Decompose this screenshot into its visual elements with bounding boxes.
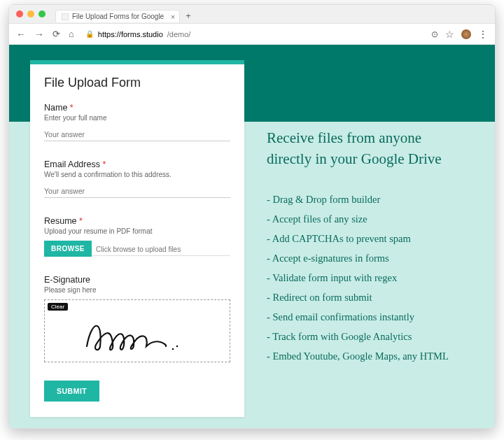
- search-icon[interactable]: ⊙: [431, 29, 438, 39]
- email-input[interactable]: [44, 183, 230, 198]
- profile-avatar[interactable]: [461, 29, 471, 39]
- list-item: - Accept e-signatures in forms: [267, 253, 474, 264]
- browser-window: File Upload Forms for Google × + ← → ⟳ ⌂…: [8, 4, 496, 429]
- maximize-window-dot[interactable]: [38, 10, 46, 17]
- lock-icon: 🔒: [85, 30, 94, 38]
- list-item: - Accept files of any size: [267, 213, 474, 225]
- required-star: *: [102, 159, 106, 169]
- signature-help: Please sign here: [44, 286, 230, 294]
- email-help: We'll send a confirmation to this addres…: [44, 171, 230, 178]
- name-field: Name * Enter your full name: [44, 103, 230, 141]
- promo-headline-l2: directly in your Google Drive: [267, 150, 442, 167]
- resume-label: Resume: [44, 216, 77, 226]
- new-tab-button[interactable]: +: [186, 10, 191, 21]
- list-item: - Redirect on form submit: [267, 292, 474, 304]
- clear-button[interactable]: Clear: [48, 303, 68, 311]
- browser-tab[interactable]: File Upload Forms for Google ×: [55, 10, 180, 22]
- browse-button[interactable]: BROWSE: [44, 241, 92, 257]
- browser-menu-icon[interactable]: ⋮: [478, 29, 488, 40]
- promo-headline-l1: Receive files from anyone: [267, 129, 421, 146]
- resume-help: Upload your resume in PDF format: [44, 227, 230, 235]
- resume-field: Resume * Upload your resume in PDF forma…: [44, 216, 230, 257]
- list-item: - Track form with Google Analytics: [267, 331, 474, 343]
- required-star: *: [70, 103, 74, 113]
- form-card: File Upload Form Name * Enter your full …: [30, 60, 244, 417]
- form-title: File Upload Form: [44, 76, 230, 90]
- required-star: *: [79, 216, 83, 226]
- nav-bar: ← → ⟳ ⌂ 🔒 https://forms.studio/demo/ ⊙ ☆…: [9, 24, 495, 45]
- name-help: Enter your full name: [44, 114, 230, 122]
- favicon-icon: [62, 13, 69, 20]
- email-label: Email Address: [44, 159, 100, 169]
- tab-strip: File Upload Forms for Google × +: [9, 5, 495, 24]
- list-item: - Send email confirmations instantly: [267, 311, 474, 323]
- home-button[interactable]: ⌂: [69, 29, 74, 39]
- address-bar[interactable]: 🔒 https://forms.studio/demo/: [83, 29, 423, 40]
- traffic-lights: [16, 10, 46, 17]
- list-item: - Embed Youtube, Google Maps, any HTML: [267, 350, 474, 362]
- signature-label: E-Signature: [44, 275, 90, 285]
- close-tab-icon[interactable]: ×: [171, 13, 175, 21]
- email-field: Email Address * We'll send a confirmatio…: [44, 159, 230, 198]
- name-input[interactable]: [44, 126, 230, 141]
- signature-stroke: [83, 317, 188, 356]
- signature-canvas[interactable]: Clear: [44, 299, 230, 362]
- svg-point-0: [172, 348, 174, 350]
- signature-field: E-Signature Please sign here Clear: [44, 275, 230, 362]
- back-button[interactable]: ←: [16, 29, 26, 40]
- submit-button[interactable]: SUBMIT: [44, 381, 99, 402]
- close-window-dot[interactable]: [16, 10, 23, 17]
- svg-point-1: [176, 346, 178, 348]
- list-item: - Drag & Drop form builder: [267, 194, 474, 206]
- promo-headline: Receive files from anyone directly in yo…: [267, 127, 474, 170]
- name-label: Name: [44, 103, 67, 113]
- url-path: /demo/: [167, 30, 191, 38]
- page-viewport: File Upload Form Name * Enter your full …: [9, 45, 495, 428]
- star-icon[interactable]: ☆: [445, 29, 454, 40]
- list-item: - Validate form input with regex: [267, 272, 474, 284]
- promo-list: - Drag & Drop form builder - Accept file…: [267, 194, 474, 362]
- minimize-window-dot[interactable]: [27, 10, 34, 17]
- url-host: https://forms.studio: [98, 30, 163, 38]
- tab-title: File Upload Forms for Google: [72, 13, 164, 20]
- reload-button[interactable]: ⟳: [52, 29, 60, 39]
- forward-button[interactable]: →: [34, 29, 44, 40]
- promo-column: Receive files from anyone directly in yo…: [267, 60, 474, 414]
- file-path-input[interactable]: [92, 242, 230, 256]
- list-item: - Add CAPTCHAs to prevent spam: [267, 233, 474, 245]
